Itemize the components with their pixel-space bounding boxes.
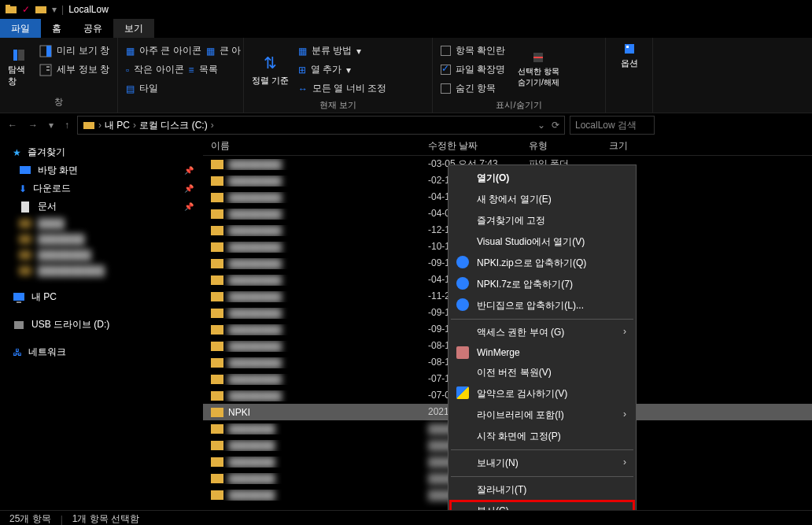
status-selected: 1개 항목 선택함 xyxy=(72,512,139,525)
col-size[interactable]: 크기 xyxy=(609,139,656,153)
folder-icon xyxy=(211,358,223,368)
folder-icon xyxy=(211,176,223,186)
col-date[interactable]: 수정한 날짜 xyxy=(428,139,529,153)
svg-rect-12 xyxy=(626,46,629,48)
search-input[interactable]: LocalLow 검색 xyxy=(570,116,655,135)
cm-alyac[interactable]: 알약으로 검사하기(V) xyxy=(450,383,634,405)
cm-pin-start[interactable]: 시작 화면에 고정(P) xyxy=(450,426,634,447)
menu-bar: 파일 홈 공유 보기 xyxy=(0,19,812,38)
toggle-file-ext[interactable]: 파일 확장명 xyxy=(441,61,505,78)
folder-icon xyxy=(211,424,223,434)
cm-send-to[interactable]: 보내기(N)› xyxy=(450,453,634,474)
nav-pane-label: 탐색 창 xyxy=(8,64,30,87)
folder-icon xyxy=(211,391,223,401)
cm-access[interactable]: 액세스 권한 부여 (G)› xyxy=(450,322,634,343)
sidebar: ★즐겨찾기 바탕 화면📌 ⬇다운로드📌 문서📌 ████ ███████ ███… xyxy=(0,137,203,510)
col-name[interactable]: 이름 xyxy=(211,139,428,153)
cm-winmerge[interactable]: WinMerge xyxy=(450,343,634,362)
svg-rect-0 xyxy=(6,6,17,13)
cm-cut[interactable]: 잘라내기(T) xyxy=(450,479,634,501)
sidebar-item[interactable]: ████ xyxy=(0,216,203,231)
fit-columns[interactable]: ↔모든 열 너비 조정 xyxy=(298,80,386,97)
chevron-right-icon: › xyxy=(623,326,626,337)
sidebar-quick-access[interactable]: ★즐겨찾기 xyxy=(0,143,203,161)
toggle-item-check[interactable]: 항목 확인란 xyxy=(441,43,505,59)
sidebar-this-pc[interactable]: 내 PC xyxy=(0,288,203,306)
refresh-button[interactable]: ⟳ xyxy=(552,120,559,131)
folder-icon-2 xyxy=(35,3,47,16)
cm-vs-open[interactable]: Visual Studio에서 열기(V) xyxy=(450,231,634,253)
svg-rect-11 xyxy=(625,44,634,54)
main-area: 이름 수정한 날짜 유형 크기 ████████-03-05 오선 7:43파일… xyxy=(203,137,812,510)
folder-icon xyxy=(211,342,223,351)
sidebar-item[interactable]: ██████████ xyxy=(0,263,203,279)
up-button[interactable]: ↑ xyxy=(61,120,72,131)
cm-previous-version[interactable]: 이전 버전 복원(V) xyxy=(450,362,634,383)
recent-dropdown[interactable]: ▾ xyxy=(46,120,57,131)
layout-small[interactable]: ▫작은 아이콘 ≡ 목록 xyxy=(126,61,235,78)
sidebar-usb[interactable]: USB 드라이브 (D:) xyxy=(0,316,203,334)
hide-selected-button[interactable]: 선택한 항목 숨기기/해제 xyxy=(515,43,562,97)
address-bar[interactable]: › 내 PC › 로컬 디스크 (C:) › ⌄ ⟳ xyxy=(77,116,565,135)
bandizip-icon xyxy=(456,277,469,290)
layout-tiles[interactable]: ▤타일 xyxy=(126,80,235,97)
add-column[interactable]: ⊞열 추가 ▾ xyxy=(298,61,386,78)
nav-bar: ← → ▾ ↑ › 내 PC › 로컬 디스크 (C:) › ⌄ ⟳ Local… xyxy=(0,113,812,137)
svg-rect-1 xyxy=(6,5,10,7)
bandizip-icon xyxy=(456,256,469,268)
breadcrumb-pc[interactable]: 내 PC xyxy=(105,119,130,132)
cm-open-new[interactable]: 새 창에서 열기(E) xyxy=(450,189,634,210)
menu-file[interactable]: 파일 xyxy=(0,19,41,38)
preview-pane-button[interactable]: 미리 보기 창 xyxy=(39,43,109,59)
options-button[interactable]: 옵션 xyxy=(614,43,644,69)
sort-button[interactable]: ⇅정렬 기준 xyxy=(252,43,289,97)
address-dropdown[interactable]: ⌄ xyxy=(537,120,545,131)
breadcrumb-drive[interactable]: 로컬 디스크 (C:) xyxy=(139,119,208,132)
cm-zip-l[interactable]: 반디집으로 압축하기(L)... xyxy=(450,295,634,316)
menu-view[interactable]: 보기 xyxy=(113,19,154,38)
sidebar-downloads[interactable]: ⬇다운로드📌 xyxy=(0,179,203,198)
cm-open[interactable]: 열기(O) xyxy=(450,168,634,189)
svg-rect-16 xyxy=(13,293,24,301)
sidebar-item[interactable]: ████████ xyxy=(0,247,203,263)
cm-library[interactable]: 라이브러리에 포함(I)› xyxy=(450,405,634,426)
forward-button[interactable]: → xyxy=(25,120,41,131)
folder-icon xyxy=(211,490,223,500)
sidebar-desktop[interactable]: 바탕 화면📌 xyxy=(0,161,203,179)
col-type[interactable]: 유형 xyxy=(529,139,609,153)
folder-icon xyxy=(211,457,223,467)
chevron-right-icon: › xyxy=(623,457,626,468)
menu-home[interactable]: 홈 xyxy=(41,19,72,38)
window-title: LocalLow xyxy=(68,4,109,15)
cm-zip-7[interactable]: NPKI.7z로 압축하기(7) xyxy=(450,274,634,295)
pin-icon: 📌 xyxy=(184,166,194,175)
cm-pin-quick[interactable]: 즐겨찾기에 고정 xyxy=(450,210,634,231)
folder-icon xyxy=(83,119,95,131)
chevron-right-icon: › xyxy=(623,409,626,420)
folder-icon xyxy=(211,242,223,252)
chevron-down-icon[interactable]: ▾ xyxy=(52,4,57,15)
menu-share[interactable]: 공유 xyxy=(72,19,113,38)
folder-icon xyxy=(211,275,223,285)
group-by[interactable]: ▦분류 방법 ▾ xyxy=(298,43,386,59)
cm-zip-q[interactable]: NPKI.zip으로 압축하기(Q) xyxy=(450,253,634,274)
folder-icon xyxy=(211,474,223,483)
status-bar: 25개 항목 | 1개 항목 선택함 xyxy=(0,510,812,525)
sidebar-item[interactable]: ███████ xyxy=(0,231,203,247)
svg-rect-13 xyxy=(83,122,94,129)
nav-pane-button[interactable]: 탐색 창 xyxy=(8,43,30,94)
sidebar-network[interactable]: 🖧네트워크 xyxy=(0,343,203,361)
winmerge-icon xyxy=(456,346,469,359)
svg-rect-2 xyxy=(35,6,46,13)
layout-extra-large[interactable]: ▦아주 큰 아이콘 ▦ 큰 아 xyxy=(126,43,235,59)
toggle-hidden[interactable]: 숨긴 항목 xyxy=(441,80,505,97)
back-button[interactable]: ← xyxy=(5,120,20,131)
file-name: NPKI xyxy=(228,407,250,418)
detail-pane-button[interactable]: 세부 정보 창 xyxy=(39,61,109,78)
cm-copy[interactable]: 복사(C) xyxy=(450,501,634,510)
sidebar-documents[interactable]: 문서📌 xyxy=(0,198,203,216)
svg-rect-8 xyxy=(46,66,50,68)
qa-icon[interactable]: ✓ xyxy=(22,4,30,15)
folder-icon xyxy=(211,226,223,235)
svg-rect-14 xyxy=(20,166,31,174)
